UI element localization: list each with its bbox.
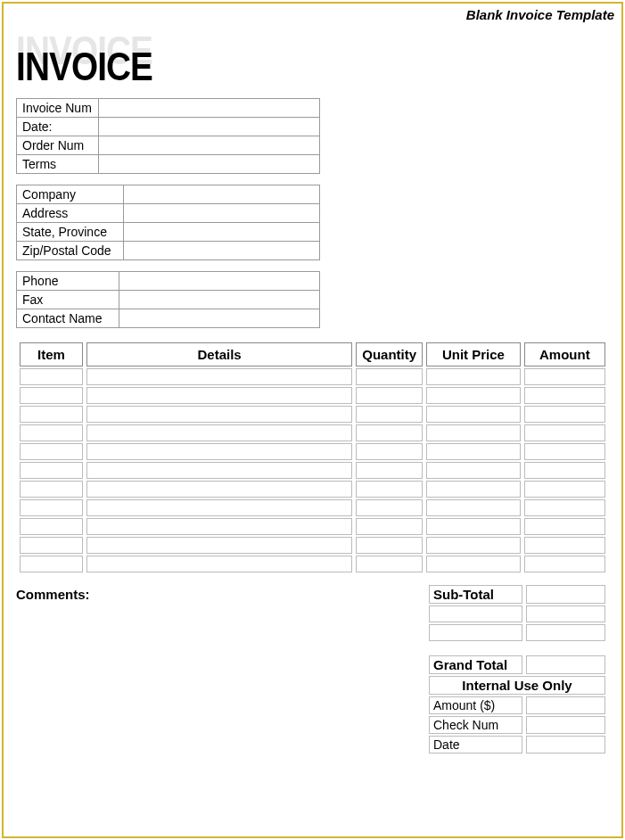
cell-details[interactable]	[86, 537, 352, 554]
info-row: Order Num	[17, 136, 320, 155]
cell-quantity[interactable]	[356, 556, 423, 572]
cell-amount[interactable]	[524, 424, 605, 441]
terms-label: Terms	[17, 155, 99, 174]
cell-details[interactable]	[86, 518, 352, 535]
cell-quantity[interactable]	[356, 481, 423, 498]
cell-quantity[interactable]	[356, 443, 423, 460]
cell-item[interactable]	[20, 443, 83, 460]
totals-blank2-label[interactable]	[429, 624, 522, 641]
phone-label: Phone	[17, 272, 119, 291]
cell-quantity[interactable]	[356, 518, 423, 535]
grand-total-value[interactable]	[526, 655, 605, 674]
cell-unit_price[interactable]	[426, 499, 520, 516]
table-row	[20, 537, 605, 554]
cell-quantity[interactable]	[356, 387, 423, 404]
address-label: Address	[17, 204, 124, 223]
cell-details[interactable]	[86, 406, 352, 423]
date-value[interactable]	[99, 118, 320, 136]
cell-amount[interactable]	[524, 406, 605, 423]
totals-blank2-value[interactable]	[526, 624, 605, 641]
cell-item[interactable]	[20, 387, 83, 404]
cell-details[interactable]	[86, 387, 352, 404]
phone-value[interactable]	[119, 272, 320, 291]
cell-unit_price[interactable]	[426, 443, 520, 460]
cell-amount[interactable]	[524, 387, 605, 404]
cell-amount[interactable]	[524, 368, 605, 385]
cell-details[interactable]	[86, 424, 352, 441]
cell-item[interactable]	[20, 368, 83, 385]
info-row: Company	[17, 185, 320, 204]
cell-details[interactable]	[86, 556, 352, 572]
cell-unit_price[interactable]	[426, 406, 520, 423]
cell-details[interactable]	[86, 462, 352, 479]
cell-details[interactable]	[86, 481, 352, 498]
cell-unit_price[interactable]	[426, 368, 520, 385]
cell-item[interactable]	[20, 462, 83, 479]
cell-details[interactable]	[86, 499, 352, 516]
info-row: Zip/Postal Code	[17, 242, 320, 260]
cell-item[interactable]	[20, 537, 83, 554]
zip-value[interactable]	[124, 242, 320, 260]
order-num-value[interactable]	[99, 136, 320, 155]
table-row	[20, 499, 605, 516]
cell-amount[interactable]	[524, 556, 605, 572]
title-main: INVOICE	[16, 45, 152, 89]
info-row: Contact Name	[17, 309, 320, 328]
zip-label: Zip/Postal Code	[17, 242, 124, 260]
internal-check-value[interactable]	[526, 716, 605, 734]
table-row	[20, 368, 605, 385]
cell-unit_price[interactable]	[426, 481, 520, 498]
cell-item[interactable]	[20, 424, 83, 441]
company-value[interactable]	[124, 185, 320, 204]
cell-amount[interactable]	[524, 481, 605, 498]
cell-item[interactable]	[20, 518, 83, 535]
state-label: State, Province	[17, 223, 124, 242]
cell-amount[interactable]	[524, 443, 605, 460]
info-row: Invoice Num	[17, 99, 320, 118]
cell-item[interactable]	[20, 406, 83, 423]
cell-amount[interactable]	[524, 518, 605, 535]
sub-total-value[interactable]	[526, 585, 605, 604]
contact-name-value[interactable]	[119, 309, 320, 328]
sub-total-label: Sub-Total	[429, 585, 522, 604]
cell-unit_price[interactable]	[426, 462, 520, 479]
cell-amount[interactable]	[524, 462, 605, 479]
internal-date-value[interactable]	[526, 736, 605, 754]
cell-amount[interactable]	[524, 537, 605, 554]
cell-quantity[interactable]	[356, 424, 423, 441]
invoice-title: INVOICE INVOICE	[16, 29, 609, 91]
totals-blank1-label[interactable]	[429, 605, 522, 622]
items-table: Item Details Quantity Unit Price Amount	[16, 341, 609, 574]
cell-unit_price[interactable]	[426, 537, 520, 554]
cell-quantity[interactable]	[356, 406, 423, 423]
info-row: Address	[17, 204, 320, 223]
cell-quantity[interactable]	[356, 368, 423, 385]
cell-quantity[interactable]	[356, 537, 423, 554]
cell-item[interactable]	[20, 481, 83, 498]
internal-amount-value[interactable]	[526, 696, 605, 714]
cell-unit_price[interactable]	[426, 387, 520, 404]
cell-amount[interactable]	[524, 499, 605, 516]
cell-unit_price[interactable]	[426, 424, 520, 441]
cell-details[interactable]	[86, 368, 352, 385]
fax-value[interactable]	[119, 291, 320, 309]
cell-quantity[interactable]	[356, 462, 423, 479]
cell-item[interactable]	[20, 556, 83, 572]
address-value[interactable]	[124, 204, 320, 223]
terms-value[interactable]	[99, 155, 320, 174]
internal-date-label: Date	[429, 736, 522, 754]
cell-details[interactable]	[86, 443, 352, 460]
totals-blank1-value[interactable]	[526, 605, 605, 622]
cell-item[interactable]	[20, 499, 83, 516]
company-label: Company	[17, 185, 124, 204]
header-unit-price: Unit Price	[426, 342, 520, 366]
table-row	[20, 518, 605, 535]
invoice-num-value[interactable]	[99, 99, 320, 118]
cell-unit_price[interactable]	[426, 518, 520, 535]
state-value[interactable]	[124, 223, 320, 242]
cell-unit_price[interactable]	[426, 556, 520, 572]
cell-quantity[interactable]	[356, 499, 423, 516]
table-row	[20, 387, 605, 404]
grand-total-label: Grand Total	[429, 655, 522, 674]
table-row	[20, 406, 605, 423]
